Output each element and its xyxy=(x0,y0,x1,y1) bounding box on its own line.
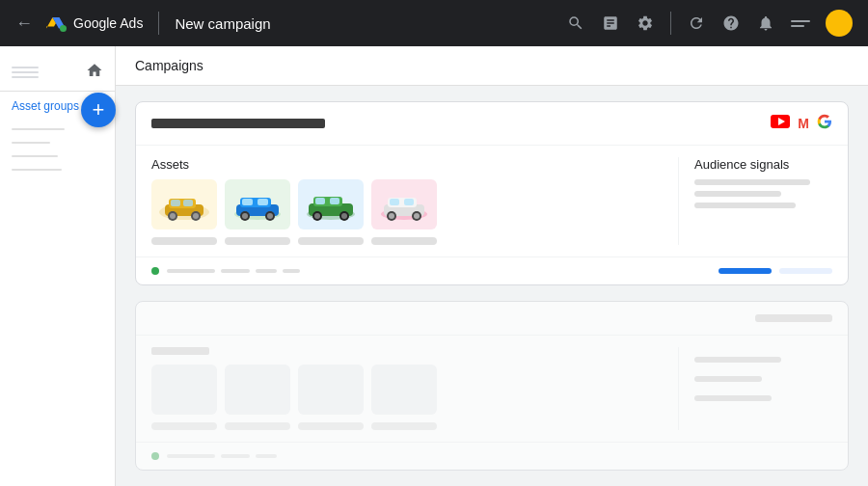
asset-card-1: M Assets xyxy=(135,101,849,285)
card-2-audience-section xyxy=(678,347,832,430)
card-2-footer-lines xyxy=(167,454,832,458)
card-header-bar xyxy=(151,119,325,128)
svg-point-29 xyxy=(341,213,347,219)
campaigns-header: Campaigns xyxy=(116,46,868,86)
footer-line-2 xyxy=(221,269,250,273)
asset-label-4 xyxy=(371,237,437,245)
svg-rect-15 xyxy=(242,199,253,205)
footer-action-buttons xyxy=(719,268,832,274)
content-area: M Assets xyxy=(116,86,868,486)
asset-thumb-1 xyxy=(151,179,217,230)
google-icon xyxy=(817,114,832,133)
svg-rect-33 xyxy=(390,199,399,205)
asset-labels-row xyxy=(151,237,663,245)
car-image-1 xyxy=(157,185,211,224)
audience-line-1 xyxy=(694,179,810,185)
card-2-right-bar-1 xyxy=(694,357,781,363)
footer-line-4 xyxy=(283,269,300,273)
card-2-thumb-3 xyxy=(298,364,364,415)
chart-icon[interactable] xyxy=(601,14,620,33)
car-image-4 xyxy=(377,185,431,224)
card-header-icons: M xyxy=(771,114,832,133)
card-2-thumb-2 xyxy=(225,364,290,415)
asset-label-1 xyxy=(151,237,217,245)
card-2-label-1 xyxy=(151,422,217,430)
asset-label-2 xyxy=(225,237,290,245)
app-name-label: Google Ads xyxy=(73,15,143,31)
campaigns-label: Campaigns xyxy=(135,58,203,73)
sidebar-placeholder-4 xyxy=(12,169,62,171)
svg-point-36 xyxy=(389,213,394,219)
card-2-label-2 xyxy=(225,422,290,430)
card-2-header xyxy=(136,302,848,336)
svg-point-9 xyxy=(170,213,176,219)
audience-placeholder-lines xyxy=(694,179,832,208)
card-2-label-4 xyxy=(371,422,437,430)
svg-point-11 xyxy=(193,213,199,219)
user-avatar[interactable] xyxy=(826,10,853,37)
svg-point-20 xyxy=(267,213,273,219)
youtube-icon xyxy=(771,115,790,132)
card-2-assets-section xyxy=(151,347,663,430)
gmail-icon: M xyxy=(798,116,809,131)
footer-line-3 xyxy=(256,269,277,273)
assets-section: Assets xyxy=(151,157,663,245)
asset-label-3 xyxy=(298,237,364,245)
svg-point-27 xyxy=(314,213,320,219)
asset-thumb-4 xyxy=(371,179,437,230)
campaign-title: New campaign xyxy=(175,15,270,32)
svg-point-0 xyxy=(60,25,67,32)
nav-divider xyxy=(158,12,159,35)
bell-icon[interactable] xyxy=(756,14,775,33)
asset-thumb-3 xyxy=(298,179,364,230)
card-2-right-bar-3 xyxy=(694,395,772,401)
card-2-status-dot xyxy=(151,452,159,460)
assets-title: Assets xyxy=(151,157,663,172)
sidebar-menu-icon[interactable] xyxy=(12,67,39,78)
car-image-2 xyxy=(231,185,285,224)
card-2-thumbnails-row xyxy=(151,364,663,415)
card-1-footer xyxy=(136,256,848,284)
card-2-right-bar-2 xyxy=(694,376,762,382)
footer-btn-2[interactable] xyxy=(779,268,832,274)
asset-thumb-2 xyxy=(225,179,290,230)
card-1-header: M xyxy=(136,102,848,146)
nav-icons xyxy=(566,10,853,37)
card-2-audience-lines xyxy=(694,357,832,409)
assets-thumbnails-row xyxy=(151,179,663,230)
card-2-thumb-1 xyxy=(151,364,217,415)
svg-rect-24 xyxy=(315,198,325,204)
refresh-icon[interactable] xyxy=(687,14,706,33)
card-1-body: Assets xyxy=(136,146,848,256)
app-logo: Google Ads xyxy=(44,12,143,35)
hamburger-icon[interactable] xyxy=(791,20,810,27)
audience-title: Audience signals xyxy=(694,157,832,172)
card-2-thumb-4 xyxy=(371,364,437,415)
main-layout: Asset groups Campaigns + xyxy=(0,46,868,486)
audience-section: Audience signals xyxy=(678,157,832,245)
asset-card-2 xyxy=(135,301,849,471)
settings-icon[interactable] xyxy=(636,14,655,33)
svg-point-18 xyxy=(242,213,248,219)
sidebar-placeholder-2 xyxy=(12,142,50,144)
card-2-footer-line-3 xyxy=(256,454,277,458)
svg-rect-25 xyxy=(330,198,339,204)
sidebar-top xyxy=(0,54,115,92)
help-icon[interactable] xyxy=(721,14,741,33)
card-2-footer xyxy=(136,442,848,470)
search-icon[interactable] xyxy=(566,14,585,33)
card-2-labels-row xyxy=(151,422,663,430)
audience-line-2 xyxy=(694,191,781,197)
home-icon[interactable] xyxy=(86,62,103,83)
footer-line-1 xyxy=(167,269,215,273)
footer-btn-1[interactable] xyxy=(719,268,772,274)
back-button[interactable]: ← xyxy=(15,14,33,34)
status-dot xyxy=(151,267,159,275)
top-nav: ← Google Ads New campaign xyxy=(0,0,868,46)
svg-rect-6 xyxy=(171,200,180,206)
audience-line-3 xyxy=(694,202,796,208)
sidebar-placeholder-3 xyxy=(12,155,58,157)
svg-rect-7 xyxy=(183,200,193,206)
svg-point-38 xyxy=(414,213,420,219)
footer-placeholder-lines xyxy=(167,269,711,273)
